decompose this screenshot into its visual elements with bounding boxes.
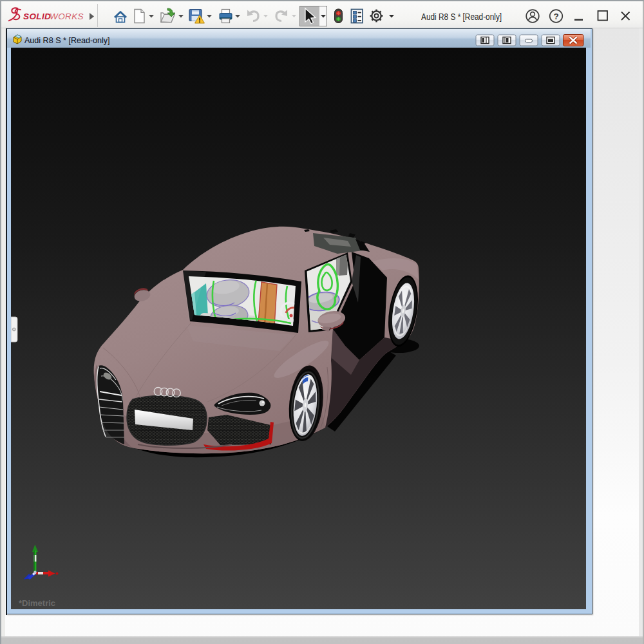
- svg-text:*Dimetric: *Dimetric: [19, 598, 55, 608]
- svg-text:WORKS: WORKS: [50, 12, 84, 21]
- svg-text:SOLID: SOLID: [23, 12, 51, 21]
- svg-text:?: ?: [554, 12, 559, 21]
